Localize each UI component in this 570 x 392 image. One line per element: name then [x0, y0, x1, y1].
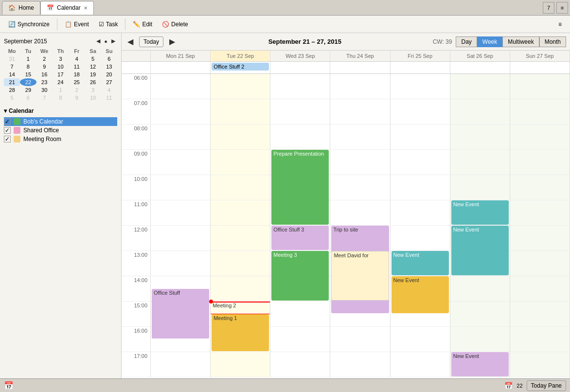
day-header-0[interactable]: Mon 21 Sep: [151, 51, 211, 61]
calendar-section-header[interactable]: ▾ Calendar: [4, 107, 117, 114]
event-e7[interactable]: New Event: [392, 276, 449, 313]
day-header-6[interactable]: Sun 27 Sep: [510, 51, 570, 61]
menu-button[interactable]: ≡: [554, 19, 566, 30]
mini-cal-day[interactable]: 14: [4, 71, 20, 78]
allday-cell-5[interactable]: [450, 62, 510, 73]
view-multiweek[interactable]: Multiweek: [502, 36, 539, 47]
tab-btn-2[interactable]: ≡: [556, 2, 568, 14]
day-header-5[interactable]: Sat 26 Sep: [450, 51, 510, 61]
delete-button[interactable]: 🚫 Delete: [158, 19, 193, 30]
mini-cal-day[interactable]: 22: [20, 78, 36, 86]
calendar-checkbox-0[interactable]: ✓: [4, 118, 11, 125]
tab-btn-1[interactable]: 7: [543, 2, 554, 14]
mini-cal-day[interactable]: 1: [53, 86, 69, 94]
mini-cal-day[interactable]: 17: [53, 71, 69, 78]
time-grid-scroll[interactable]: 06:0007:0008:0009:0010:0011:0012:0013:00…: [122, 74, 570, 378]
mini-cal-day[interactable]: 4: [69, 55, 85, 63]
mini-cal-day[interactable]: 4: [101, 86, 117, 94]
mini-cal-day[interactable]: 20: [101, 71, 117, 78]
mini-cal-day[interactable]: 24: [53, 78, 69, 86]
mini-cal-day[interactable]: 31: [4, 55, 20, 63]
mini-cal-day[interactable]: 8: [20, 63, 36, 71]
day-column-4[interactable]: New EventNew Event: [391, 74, 450, 377]
day-header-2[interactable]: Wed 23 Sep: [270, 51, 330, 61]
event-e6[interactable]: New Event: [392, 251, 449, 275]
day-column-2[interactable]: Prepare PresentationOffice Stuff 3Meetin…: [270, 74, 330, 377]
mini-cal-next[interactable]: ▶: [109, 37, 117, 45]
mini-cal-day[interactable]: 15: [20, 71, 36, 78]
mini-cal-today[interactable]: ●: [102, 37, 109, 45]
day-column-5[interactable]: New EventNew EventNew Event: [450, 74, 510, 377]
view-week[interactable]: Week: [477, 36, 502, 47]
mini-cal-day[interactable]: 5: [85, 55, 101, 63]
day-column-0[interactable]: Office Stuff 1Office Stuff: [151, 74, 211, 377]
mini-cal-day[interactable]: 2: [36, 55, 53, 63]
tab-calendar[interactable]: 📅 Calendar ✕: [40, 1, 94, 15]
calendar-item-2[interactable]: ✓Meeting Room: [4, 135, 117, 143]
mini-cal-day[interactable]: 25: [69, 78, 85, 86]
mini-cal-day[interactable]: 16: [36, 71, 53, 78]
mini-cal-day[interactable]: 7: [4, 63, 20, 71]
mini-cal-day[interactable]: 6: [101, 55, 117, 63]
tab-home[interactable]: 🏠 Home: [2, 1, 40, 15]
mini-cal-day[interactable]: 12: [85, 63, 101, 71]
edit-button[interactable]: ✏️ Edit: [128, 19, 157, 30]
mini-cal-day[interactable]: 23: [36, 78, 53, 86]
allday-cell-6[interactable]: [510, 62, 570, 73]
allday-cell-4[interactable]: [391, 62, 450, 73]
mini-cal-day[interactable]: 18: [69, 71, 85, 78]
today-button[interactable]: Today: [139, 36, 163, 47]
today-pane-button[interactable]: Today Pane: [527, 380, 566, 391]
mini-cal-day[interactable]: 3: [85, 86, 101, 94]
mini-cal-prev[interactable]: ◀: [94, 37, 102, 45]
event-button[interactable]: 📋 Event: [60, 19, 93, 30]
event-e13[interactable]: New Event: [451, 352, 509, 376]
mini-cal-day[interactable]: 10: [85, 94, 101, 102]
day-header-1[interactable]: Tue 22 Sep: [211, 51, 270, 61]
allday-cell-1[interactable]: Office Stuff 2: [211, 62, 270, 73]
view-month[interactable]: Month: [539, 36, 566, 47]
event-e5[interactable]: Meet David for: [331, 251, 389, 301]
mini-cal-day[interactable]: 3: [53, 55, 69, 63]
view-day[interactable]: Day: [456, 36, 477, 47]
mini-cal-day[interactable]: 11: [69, 63, 85, 71]
mini-cal-day[interactable]: 29: [20, 86, 36, 94]
day-column-6[interactable]: [510, 74, 570, 377]
calendar-checkbox-2[interactable]: ✓: [4, 136, 11, 143]
calendar-checkbox-1[interactable]: ✓: [4, 127, 11, 134]
tab-close-button[interactable]: ✕: [84, 5, 88, 11]
mini-cal-day[interactable]: 11: [101, 94, 117, 102]
event-e3[interactable]: Meeting 3: [271, 251, 329, 301]
event-e1[interactable]: Prepare Presentation: [271, 150, 329, 225]
calendar-item-0[interactable]: ✓Bob's Calendar: [4, 117, 117, 126]
event-e11[interactable]: New Event: [451, 200, 509, 225]
mini-cal-day[interactable]: 21: [4, 78, 20, 86]
mini-cal-day[interactable]: 8: [53, 94, 69, 102]
calendar-item-1[interactable]: ✓Shared Office: [4, 126, 117, 135]
mini-cal-day[interactable]: 10: [53, 63, 69, 71]
day-header-3[interactable]: Thu 24 Sep: [330, 51, 390, 61]
mini-cal-day[interactable]: 13: [101, 63, 117, 71]
synchronize-button[interactable]: 🔄 Synchronize: [4, 19, 54, 30]
mini-cal-day[interactable]: 9: [36, 63, 53, 71]
mini-cal-day[interactable]: 9: [69, 94, 85, 102]
mini-cal-day[interactable]: 30: [36, 86, 53, 94]
allday-event[interactable]: Office Stuff 2: [212, 63, 269, 71]
day-header-4[interactable]: Fri 25 Sep: [391, 51, 450, 61]
task-button[interactable]: ☑ Task: [94, 19, 123, 30]
mini-cal-day[interactable]: 19: [85, 71, 101, 78]
mini-cal-day[interactable]: 6: [20, 94, 36, 102]
event-e2[interactable]: Office Stuff 3: [271, 226, 329, 250]
nav-prev[interactable]: ◀: [125, 37, 135, 46]
mini-cal-day[interactable]: 28: [4, 86, 20, 94]
mini-cal-day[interactable]: 7: [36, 94, 53, 102]
allday-cell-3[interactable]: [330, 62, 390, 73]
mini-cal-day[interactable]: 5: [4, 94, 20, 102]
allday-cell-0[interactable]: [151, 62, 211, 73]
mini-cal-day[interactable]: 1: [20, 55, 36, 63]
nav-next[interactable]: ▶: [167, 37, 177, 46]
event-e12[interactable]: New Event: [451, 226, 509, 275]
mini-cal-day[interactable]: 27: [101, 78, 117, 86]
mini-cal-day[interactable]: 2: [69, 86, 85, 94]
event-e14[interactable]: Office Stuff: [152, 289, 209, 339]
